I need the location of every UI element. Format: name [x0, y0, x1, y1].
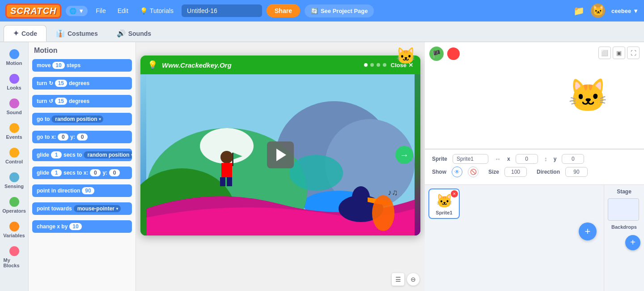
lines-button[interactable]: ☰: [392, 273, 404, 286]
my-blocks-dot: [9, 246, 19, 256]
username-button[interactable]: ceebee ▼: [611, 8, 639, 14]
tutorials-button[interactable]: 💡 Tutorials: [136, 5, 177, 16]
control-label: Control: [5, 159, 23, 164]
show-button[interactable]: 👁: [452, 167, 462, 177]
motion-dot: [9, 49, 19, 59]
sound-label: Sound: [6, 110, 21, 115]
add-sprite-button[interactable]: +: [579, 223, 597, 240]
main-area: Motion Looks Sound Events Control Sensin…: [0, 42, 644, 291]
add-backdrop-button[interactable]: +: [625, 235, 640, 250]
block-goto[interactable]: go to random position: [32, 113, 132, 128]
tab-bar: ✦ Code 👔 Costumes 🔊 Sounds: [0, 21, 644, 42]
sprites-section: ✕ 🐱 Sprite1 +: [425, 185, 604, 291]
sidebar-item-sound[interactable]: Sound: [2, 95, 27, 119]
play-button[interactable]: [267, 141, 294, 168]
x-arrow-icon: ↔: [495, 155, 501, 163]
edit-menu[interactable]: Edit: [114, 5, 132, 16]
sidebar-item-events[interactable]: Events: [2, 120, 27, 143]
file-menu[interactable]: File: [92, 5, 110, 16]
sounds-tab-icon: 🔊: [117, 29, 126, 38]
block-towards[interactable]: point towards mouse-pointer: [32, 202, 132, 218]
svg-rect-10: [221, 163, 232, 177]
sidebar-item-my-blocks[interactable]: My Blocks: [2, 243, 27, 272]
size-input[interactable]: [504, 167, 527, 177]
green-flag-button[interactable]: 🏴: [429, 47, 444, 61]
sidebar-item-looks[interactable]: Looks: [2, 70, 27, 94]
stage-small-button[interactable]: ⬜: [598, 47, 611, 59]
sprite-info: Sprite ↔ x ↕ y Show 👁 🚫 Size Direction: [425, 149, 644, 185]
blocks-panel-title: Motion: [32, 47, 132, 55]
block-gotoxy[interactable]: go to x: 0 y: 0: [32, 131, 132, 146]
svg-point-8: [352, 186, 370, 209]
block-changex[interactable]: change x by 10: [32, 220, 132, 235]
see-project-button[interactable]: 🔄 See Project Page: [305, 4, 374, 17]
sprite-thumb-sprite1[interactable]: ✕ 🐱 Sprite1: [428, 188, 460, 219]
zoom-out-button[interactable]: ⊖: [407, 273, 419, 286]
next-arrow-button[interactable]: →: [395, 146, 413, 164]
svg-rect-13: [232, 153, 233, 166]
stage-medium-button[interactable]: ▣: [613, 47, 625, 59]
block-glide-xy[interactable]: glide 1 secs to x: 0 y: 0: [32, 167, 132, 182]
folder-icon[interactable]: 📁: [573, 5, 585, 16]
sidebar-item-operators[interactable]: Operators: [2, 193, 27, 217]
operators-dot: [9, 197, 19, 207]
size-label: Size: [488, 169, 499, 175]
project-title-input[interactable]: [182, 4, 262, 17]
direction-input[interactable]: [565, 167, 588, 177]
block-move[interactable]: move 10 steps: [32, 59, 132, 74]
globe-button[interactable]: 🌐 ▼: [66, 6, 88, 16]
tutorial-overlay: 💡 Www.Crackedkey.Org Close ✕: [140, 56, 420, 235]
sound-dot: [9, 98, 19, 108]
stage-fullscreen-button[interactable]: ⛶: [627, 47, 640, 59]
stage-area: 🏴 ⬜ ▣ ⛶ 🐱: [425, 42, 644, 149]
sidebar-item-variables[interactable]: Variables: [2, 218, 27, 242]
tab-code[interactable]: ✦ Code: [4, 25, 47, 42]
svg-rect-11: [220, 177, 225, 186]
sidebar-item-sensing[interactable]: Sensing: [2, 169, 27, 193]
variables-dot: [9, 222, 19, 231]
events-dot: [9, 123, 19, 133]
sprite-label: Sprite: [432, 156, 447, 162]
stop-button[interactable]: [447, 47, 460, 60]
sidebar-item-motion[interactable]: Motion: [2, 46, 27, 69]
blocks-panel: Motion move 10 steps turn ↻ 15 degrees t…: [29, 42, 136, 291]
avatar: 🐱: [591, 4, 605, 18]
sprite-name-input[interactable]: [453, 154, 488, 164]
hide-button[interactable]: 🚫: [468, 167, 479, 177]
block-direction[interactable]: point in direction 90: [32, 184, 132, 200]
tutorial-dot-3[interactable]: [377, 63, 380, 67]
sprite-list-area: ✕ 🐱 Sprite1 + Stage Backdrops +: [425, 185, 644, 291]
sensing-dot: [9, 172, 19, 182]
code-tab-icon: ✦: [13, 29, 19, 38]
stage-thumb[interactable]: [608, 198, 639, 221]
svg-point-16: [372, 195, 394, 231]
tutorial-dot-2[interactable]: [370, 63, 374, 67]
x-value-input[interactable]: [516, 154, 538, 164]
variables-label: Variables: [3, 233, 25, 238]
tutorial-dot-4[interactable]: [383, 63, 386, 67]
sprite-close-button[interactable]: ✕: [451, 190, 458, 197]
share-button[interactable]: Share: [267, 4, 300, 17]
cat-decoration: 🐱: [396, 47, 416, 65]
costumes-tab-icon: 👔: [56, 29, 65, 38]
globe-chevron: ▼: [78, 8, 84, 14]
stage-controls: 🏴: [429, 47, 460, 61]
tutorial-dot-1[interactable]: [364, 63, 368, 67]
tab-sounds[interactable]: 🔊 Sounds: [107, 25, 161, 42]
block-turn-ccw[interactable]: turn ↺ 15 degrees: [32, 95, 132, 110]
show-label: Show: [432, 169, 446, 175]
operators-label: Operators: [2, 208, 26, 214]
block-turn-cw[interactable]: turn ↻ 15 degrees: [32, 77, 132, 92]
block-glide[interactable]: glide 1 secs to random position: [32, 149, 132, 164]
y-label: y: [554, 156, 557, 162]
costumes-tab-label: Costumes: [68, 30, 98, 37]
scratch-logo[interactable]: SCRATCH: [5, 4, 61, 18]
play-triangle-icon: [276, 149, 286, 161]
y-value-input[interactable]: [562, 154, 584, 164]
sidebar-item-control[interactable]: Control: [2, 144, 27, 168]
tab-costumes[interactable]: 👔 Costumes: [47, 25, 107, 42]
see-project-icon: 🔄: [311, 8, 318, 14]
sprite-grid: ✕ 🐱 Sprite1: [428, 188, 600, 219]
sprite-thumb-img: 🐱: [436, 192, 453, 210]
svg-text:♪♫: ♪♫: [388, 188, 398, 197]
